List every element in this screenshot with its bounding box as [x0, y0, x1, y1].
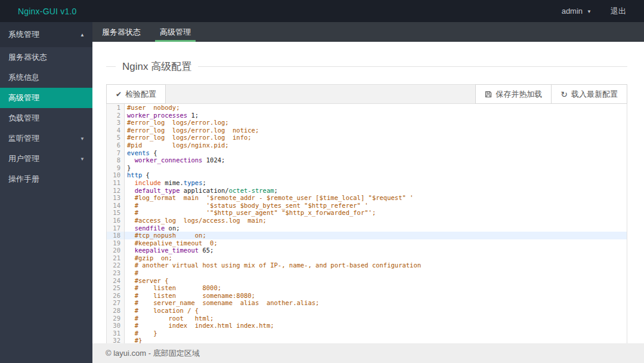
code-line[interactable]: 4#error_log logs/error.log notice;: [107, 127, 627, 134]
code-line[interactable]: 26 # listen somename:8080;: [107, 292, 627, 300]
code-line[interactable]: 31 # }: [107, 330, 627, 337]
save-reload-button[interactable]: 保存并热加载: [475, 84, 552, 104]
line-number: 2: [107, 112, 125, 119]
sidebar-item-服务器状态[interactable]: 服务器状态: [0, 47, 92, 67]
line-number: 17: [107, 224, 125, 232]
code-line[interactable]: 29 # root html;: [107, 315, 627, 322]
line-number: 28: [107, 307, 125, 315]
user-name: admin: [562, 7, 583, 16]
code-line[interactable]: 32 #}: [107, 337, 627, 343]
code-text: # location / {: [125, 307, 627, 315]
code-line[interactable]: 3#error_log logs/error.log;: [107, 119, 627, 127]
code-line[interactable]: 22 # another virtual host using mix of I…: [107, 262, 627, 269]
code-line[interactable]: 24 #server {: [107, 277, 627, 285]
line-number: 10: [107, 171, 125, 179]
sidebar-item-label: 系统信息: [8, 72, 39, 83]
code-text: # root html;: [125, 315, 627, 322]
chevron-up-icon: ▲: [80, 32, 85, 38]
user-menu[interactable]: admin ▼: [562, 7, 592, 16]
code-text: #gzip on;: [125, 254, 627, 262]
code-text: }: [125, 164, 627, 172]
code-line[interactable]: 13 #log_format main '$remote_addr - $rem…: [107, 194, 627, 202]
load-latest-label: 载入最新配置: [571, 89, 618, 100]
logout-link[interactable]: 退出: [611, 6, 626, 17]
page-title: Nginx 高级配置: [116, 60, 198, 73]
code-line[interactable]: 7events {: [107, 149, 627, 157]
sidebar-item-label: 服务器状态: [8, 52, 47, 63]
code-text: #}: [125, 337, 627, 343]
code-line[interactable]: 30 # index index.html index.htm;: [107, 322, 627, 330]
load-latest-button[interactable]: ↻ 载入最新配置: [551, 84, 627, 104]
code-line[interactable]: 11 include mime.types;: [107, 179, 627, 187]
sidebar-item-系统管理[interactable]: 系统管理▲: [0, 22, 92, 47]
code-line[interactable]: 9}: [107, 164, 627, 172]
app-brand[interactable]: Nginx-GUI v1.0: [0, 7, 77, 16]
code-text: include mime.types;: [125, 179, 627, 187]
code-text: # server_name somename alias another.ali…: [125, 299, 627, 307]
line-number: 22: [107, 262, 125, 269]
code-line[interactable]: 19 #keepalive_timeout 0;: [107, 239, 627, 247]
sidebar-item-系统信息[interactable]: 系统信息: [0, 67, 92, 88]
code-line[interactable]: 2worker_processes 1;: [107, 112, 627, 119]
code-text: #error_log logs/error.log info;: [125, 134, 627, 141]
code-line[interactable]: 15 # '"$http_user_agent" "$http_x_forwar…: [107, 209, 627, 217]
title-divider-right: [198, 66, 627, 67]
code-line[interactable]: 8 worker_connections 1024;: [107, 156, 627, 164]
tab-高级管理[interactable]: 高级管理: [150, 22, 200, 42]
top-header: Nginx-GUI v1.0 admin ▼ 退出: [0, 0, 644, 22]
line-number: 4: [107, 127, 125, 134]
code-line[interactable]: 28 # location / {: [107, 307, 627, 315]
sidebar-item-操作手册[interactable]: 操作手册: [0, 169, 92, 189]
code-line[interactable]: 12 default_type application/octet-stream…: [107, 187, 627, 195]
title-divider-left: [106, 66, 116, 67]
sidebar-item-监听管理[interactable]: 监听管理▼: [0, 128, 92, 149]
code-line[interactable]: 20 keepalive_timeout 65;: [107, 247, 627, 254]
code-line[interactable]: 14 # '$status $body_bytes_sent "$http_re…: [107, 202, 627, 210]
line-number: 25: [107, 284, 125, 292]
line-number: 21: [107, 254, 125, 262]
line-number: 9: [107, 164, 125, 172]
code-text: # listen somename:8080;: [125, 292, 627, 300]
chevron-down-icon: ▼: [587, 9, 592, 14]
tab-服务器状态[interactable]: 服务器状态: [92, 22, 150, 42]
code-line[interactable]: 27 # server_name somename alias another.…: [107, 299, 627, 307]
line-number: 30: [107, 322, 125, 330]
line-number: 7: [107, 149, 125, 157]
code-text: # '"$http_user_agent" "$http_x_forwarded…: [125, 209, 627, 217]
line-number: 24: [107, 277, 125, 285]
code-editor[interactable]: 1#user nobody;2worker_processes 1;3#erro…: [107, 104, 627, 343]
check-config-button[interactable]: ✔ 检验配置: [106, 84, 166, 104]
sidebar-menu: 系统管理▲服务器状态系统信息高级管理负载管理监听管理▼用户管理▼操作手册: [0, 22, 92, 189]
code-line[interactable]: 25 # listen 8000;: [107, 284, 627, 292]
code-line[interactable]: 1#user nobody;: [107, 104, 627, 112]
line-number: 26: [107, 292, 125, 300]
sidebar-item-高级管理[interactable]: 高级管理: [0, 88, 92, 108]
code-line[interactable]: 16 #access_log logs/access.log main;: [107, 217, 627, 224]
footer-text: © layui.com - 底部固定区域: [106, 348, 200, 359]
sidebar-item-用户管理[interactable]: 用户管理▼: [0, 149, 92, 169]
footer: © layui.com - 底部固定区域: [92, 343, 644, 363]
page-title-block: Nginx 高级配置: [106, 60, 627, 73]
code-line[interactable]: 23 #: [107, 269, 627, 277]
line-number: 18: [107, 232, 125, 239]
code-line[interactable]: 17 sendfile on;: [107, 224, 627, 232]
line-number: 29: [107, 315, 125, 322]
sidebar-item-负载管理[interactable]: 负载管理: [0, 108, 92, 128]
code-text: #tcp_nopush on;: [125, 232, 627, 239]
main-content: Nginx 高级配置 ✔ 检验配置: [92, 42, 644, 343]
line-number: 19: [107, 239, 125, 247]
line-number: 16: [107, 217, 125, 224]
code-text: #user nobody;: [125, 104, 627, 112]
code-line[interactable]: 6#pid logs/nginx.pid;: [107, 141, 627, 149]
code-text: worker_processes 1;: [125, 112, 627, 119]
code-text: # '$status $body_bytes_sent "$http_refer…: [125, 202, 627, 210]
chevron-down-icon: ▼: [80, 156, 85, 162]
code-line[interactable]: 5#error_log logs/error.log info;: [107, 134, 627, 141]
code-line[interactable]: 18 #tcp_nopush on;: [107, 232, 627, 239]
code-text: default_type application/octet-stream;: [125, 187, 627, 195]
line-number: 20: [107, 247, 125, 254]
code-line[interactable]: 10http {: [107, 171, 627, 179]
code-line[interactable]: 21 #gzip on;: [107, 254, 627, 262]
line-number: 6: [107, 141, 125, 149]
line-number: 13: [107, 194, 125, 202]
